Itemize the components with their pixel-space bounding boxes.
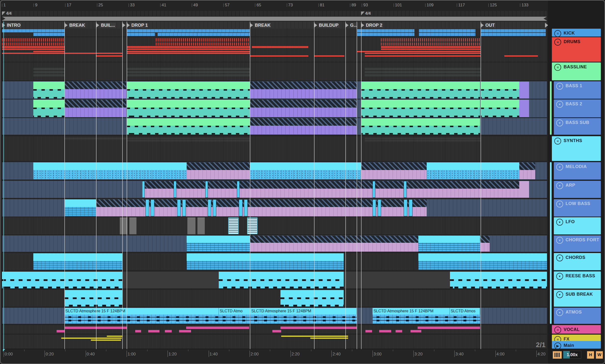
clip[interactable] <box>481 82 519 98</box>
clip[interactable] <box>120 218 127 234</box>
sidebar-track-atmos[interactable]: ▼ATMOS <box>554 308 601 324</box>
clip[interactable] <box>281 336 348 337</box>
clip[interactable] <box>357 51 481 52</box>
clip[interactable] <box>127 100 250 117</box>
clip[interactable] <box>2 53 122 54</box>
clip[interactable] <box>250 118 357 134</box>
clip[interactable] <box>122 272 219 288</box>
clip[interactable] <box>418 326 480 329</box>
track-down-icon[interactable]: ▼ <box>556 291 563 298</box>
width-zoom-button[interactable]: W <box>595 351 603 359</box>
clip[interactable] <box>33 71 65 73</box>
clip[interactable] <box>450 272 547 288</box>
clip[interactable] <box>197 218 205 234</box>
clip[interactable] <box>2 38 64 46</box>
clip[interactable] <box>33 33 65 36</box>
track-lane-melodia[interactable] <box>2 162 547 180</box>
clip[interactable] <box>127 140 250 142</box>
time-signature-marker[interactable]: 4/4 <box>361 11 371 16</box>
clip[interactable] <box>127 74 250 77</box>
track-lane-bass-sub[interactable] <box>2 118 547 135</box>
clip[interactable] <box>252 46 308 48</box>
clip[interactable] <box>33 51 65 52</box>
clip[interactable]: SLCTD Atmosphere 15 F 124BPM <box>373 308 450 323</box>
clip[interactable] <box>381 38 481 46</box>
track-menu-icon[interactable]: ≡ <box>554 138 561 144</box>
locator-DROP 2[interactable]: DROP 2 <box>361 22 383 29</box>
clip[interactable] <box>373 199 376 216</box>
clip[interactable] <box>127 71 250 73</box>
track-lane-main[interactable] <box>2 341 547 349</box>
beat-ruler-strip[interactable]: 4/44/4 <box>2 11 547 16</box>
clip[interactable] <box>145 199 149 216</box>
locator-BUIL...[interactable]: BUIL... <box>96 22 116 29</box>
height-zoom-button[interactable]: H <box>587 351 594 359</box>
clip[interactable] <box>244 199 248 216</box>
clip[interactable] <box>142 181 519 197</box>
clip[interactable] <box>237 181 240 197</box>
clip[interactable] <box>165 330 171 333</box>
track-menu-icon[interactable]: ≡ <box>554 30 561 37</box>
clip[interactable] <box>481 33 546 36</box>
clip[interactable] <box>281 290 344 306</box>
clip[interactable] <box>205 181 208 197</box>
clip[interactable] <box>148 330 159 333</box>
clip[interactable] <box>361 82 480 98</box>
locator-INTRO[interactable]: INTRO <box>2 22 21 29</box>
clip[interactable] <box>187 253 344 270</box>
track-lane-arp[interactable] <box>2 181 547 198</box>
clip[interactable] <box>33 74 65 77</box>
locator-OUT[interactable]: OUT <box>481 22 496 29</box>
clip[interactable] <box>64 290 122 306</box>
clip[interactable] <box>64 326 127 329</box>
clip[interactable] <box>404 181 406 197</box>
clip[interactable] <box>365 68 481 70</box>
clip[interactable] <box>33 253 122 270</box>
locator-flag[interactable] <box>545 22 548 29</box>
audition-waveform-button[interactable] <box>552 351 562 359</box>
loop-scrub-bar[interactable] <box>2 17 547 21</box>
clip[interactable] <box>127 33 155 36</box>
clip[interactable] <box>396 330 402 333</box>
track-down-icon[interactable]: ▼ <box>556 309 563 316</box>
clip[interactable] <box>157 33 250 36</box>
clip[interactable] <box>61 338 122 339</box>
clip[interactable] <box>427 162 519 179</box>
clip[interactable] <box>127 82 250 98</box>
track-lane-kick[interactable] <box>2 29 547 37</box>
sidebar-track-bass-1[interactable]: ▼BASS 1 <box>554 81 601 99</box>
clip[interactable] <box>33 82 65 98</box>
time-signature-marker[interactable]: 4/4 <box>2 11 12 16</box>
clip[interactable] <box>219 272 344 288</box>
clip[interactable] <box>179 330 191 333</box>
sidebar-track-melodia[interactable]: ▼MELODIA <box>554 162 601 180</box>
track-play-icon[interactable]: ▶ <box>554 342 561 349</box>
clip[interactable] <box>365 53 481 54</box>
clip[interactable] <box>57 330 64 333</box>
clip[interactable] <box>418 236 480 251</box>
clip[interactable] <box>2 46 64 48</box>
clip[interactable] <box>96 55 122 57</box>
clip[interactable] <box>365 74 481 77</box>
clip[interactable] <box>419 33 476 36</box>
clip[interactable] <box>228 218 239 234</box>
clip[interactable] <box>378 199 381 216</box>
clip[interactable] <box>127 68 250 70</box>
clip[interactable] <box>177 199 181 216</box>
clip[interactable] <box>357 33 414 36</box>
sidebar-track-kick[interactable]: ≡KICK <box>552 29 601 37</box>
clip[interactable] <box>187 236 250 251</box>
arrangement-area[interactable]: 191725334149576573818993101109117125133 … <box>0 0 548 364</box>
clip[interactable] <box>481 29 546 32</box>
clip[interactable] <box>135 330 141 333</box>
clip[interactable] <box>519 181 529 197</box>
clip[interactable] <box>281 326 357 329</box>
clip[interactable] <box>519 82 529 98</box>
clip[interactable] <box>411 330 421 333</box>
bar-ruler[interactable]: 191725334149576573818993101109117125133 <box>2 3 547 11</box>
clip[interactable]: SLCTD Atmo <box>219 308 250 323</box>
clip[interactable] <box>361 100 480 117</box>
clip[interactable] <box>107 336 122 337</box>
track-menu-icon[interactable]: ≡ <box>554 326 561 333</box>
track-lane-bass-2[interactable] <box>2 99 547 117</box>
